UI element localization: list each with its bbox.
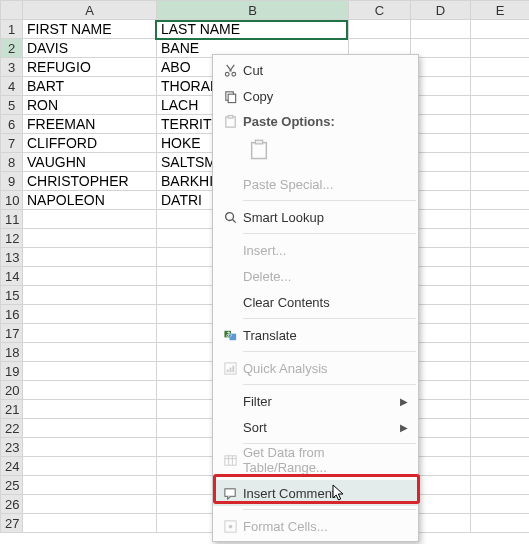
col-header-E[interactable]: E (471, 1, 530, 20)
cell-A21[interactable] (23, 400, 157, 419)
col-header-C[interactable]: C (349, 1, 411, 20)
row-header-11[interactable]: 11 (1, 210, 23, 229)
cell-D15[interactable] (411, 286, 471, 305)
cell-E6[interactable] (471, 115, 530, 134)
cell-E13[interactable] (471, 248, 530, 267)
row-header-10[interactable]: 10 (1, 191, 23, 210)
cell-E8[interactable] (471, 153, 530, 172)
cell-E26[interactable] (471, 495, 530, 514)
cell-E7[interactable] (471, 134, 530, 153)
cell-A2[interactable]: DAVIS (23, 39, 157, 58)
row-header-24[interactable]: 24 (1, 457, 23, 476)
cell-E23[interactable] (471, 438, 530, 457)
cell-D24[interactable] (411, 457, 471, 476)
row-header-18[interactable]: 18 (1, 343, 23, 362)
row-header-25[interactable]: 25 (1, 476, 23, 495)
cell-D26[interactable] (411, 495, 471, 514)
cell-A4[interactable]: BART (23, 77, 157, 96)
select-all-corner[interactable] (1, 1, 23, 20)
cell-D16[interactable] (411, 305, 471, 324)
cell-D11[interactable] (411, 210, 471, 229)
paste-option-default[interactable] (245, 135, 273, 165)
cell-A6[interactable]: FREEMAN (23, 115, 157, 134)
cell-E22[interactable] (471, 419, 530, 438)
cell-E27[interactable] (471, 514, 530, 533)
row-header-2[interactable]: 2 (1, 39, 23, 58)
cell-D10[interactable] (411, 191, 471, 210)
cell-E14[interactable] (471, 267, 530, 286)
col-header-B[interactable]: B (157, 1, 349, 20)
cell-D3[interactable] (411, 58, 471, 77)
row-header-8[interactable]: 8 (1, 153, 23, 172)
cell-A23[interactable] (23, 438, 157, 457)
row-header-15[interactable]: 15 (1, 286, 23, 305)
cell-A18[interactable] (23, 343, 157, 362)
cell-D2[interactable] (411, 39, 471, 58)
cell-A16[interactable] (23, 305, 157, 324)
cell-D22[interactable] (411, 419, 471, 438)
cell-E25[interactable] (471, 476, 530, 495)
cell-C1[interactable] (349, 20, 411, 39)
row-header-20[interactable]: 20 (1, 381, 23, 400)
row-header-5[interactable]: 5 (1, 96, 23, 115)
cell-A3[interactable]: REFUGIO (23, 58, 157, 77)
cell-D8[interactable] (411, 153, 471, 172)
cell-E15[interactable] (471, 286, 530, 305)
cell-E1[interactable] (471, 20, 530, 39)
cell-A20[interactable] (23, 381, 157, 400)
cell-A24[interactable] (23, 457, 157, 476)
row-header-7[interactable]: 7 (1, 134, 23, 153)
row-header-23[interactable]: 23 (1, 438, 23, 457)
cell-A9[interactable]: CHRISTOPHER (23, 172, 157, 191)
row-header-14[interactable]: 14 (1, 267, 23, 286)
row-header-9[interactable]: 9 (1, 172, 23, 191)
cell-E21[interactable] (471, 400, 530, 419)
cell-E20[interactable] (471, 381, 530, 400)
cell-A7[interactable]: CLIFFORD (23, 134, 157, 153)
cell-E19[interactable] (471, 362, 530, 381)
cell-A22[interactable] (23, 419, 157, 438)
cell-A14[interactable] (23, 267, 157, 286)
menu-translate[interactable]: あ Translate (213, 322, 418, 348)
row-header-19[interactable]: 19 (1, 362, 23, 381)
row-header-12[interactable]: 12 (1, 229, 23, 248)
row-header-22[interactable]: 22 (1, 419, 23, 438)
cell-A11[interactable] (23, 210, 157, 229)
cell-E12[interactable] (471, 229, 530, 248)
cell-D6[interactable] (411, 115, 471, 134)
menu-clear-contents[interactable]: Clear Contents (213, 289, 418, 315)
row-header-26[interactable]: 26 (1, 495, 23, 514)
cell-E18[interactable] (471, 343, 530, 362)
cell-D18[interactable] (411, 343, 471, 362)
cell-E10[interactable] (471, 191, 530, 210)
menu-sort[interactable]: Sort ▶ (213, 414, 418, 440)
cell-D14[interactable] (411, 267, 471, 286)
menu-cut[interactable]: Cut (213, 57, 418, 83)
cell-E17[interactable] (471, 324, 530, 343)
cell-D21[interactable] (411, 400, 471, 419)
row-header-17[interactable]: 17 (1, 324, 23, 343)
cell-A1[interactable]: FIRST NAME (23, 20, 157, 39)
cell-D4[interactable] (411, 77, 471, 96)
col-header-D[interactable]: D (411, 1, 471, 20)
cell-D5[interactable] (411, 96, 471, 115)
cell-D23[interactable] (411, 438, 471, 457)
row-header-6[interactable]: 6 (1, 115, 23, 134)
cell-A25[interactable] (23, 476, 157, 495)
cell-E9[interactable] (471, 172, 530, 191)
cell-A15[interactable] (23, 286, 157, 305)
row-header-1[interactable]: 1 (1, 20, 23, 39)
menu-smart-lookup[interactable]: Smart Lookup (213, 204, 418, 230)
cell-B1[interactable]: LAST NAME (157, 20, 349, 39)
row-header-16[interactable]: 16 (1, 305, 23, 324)
cell-D9[interactable] (411, 172, 471, 191)
cell-E5[interactable] (471, 96, 530, 115)
cell-E24[interactable] (471, 457, 530, 476)
cell-D19[interactable] (411, 362, 471, 381)
cell-D27[interactable] (411, 514, 471, 533)
cell-D7[interactable] (411, 134, 471, 153)
row-header-3[interactable]: 3 (1, 58, 23, 77)
cell-E11[interactable] (471, 210, 530, 229)
cell-A27[interactable] (23, 514, 157, 533)
cell-E4[interactable] (471, 77, 530, 96)
